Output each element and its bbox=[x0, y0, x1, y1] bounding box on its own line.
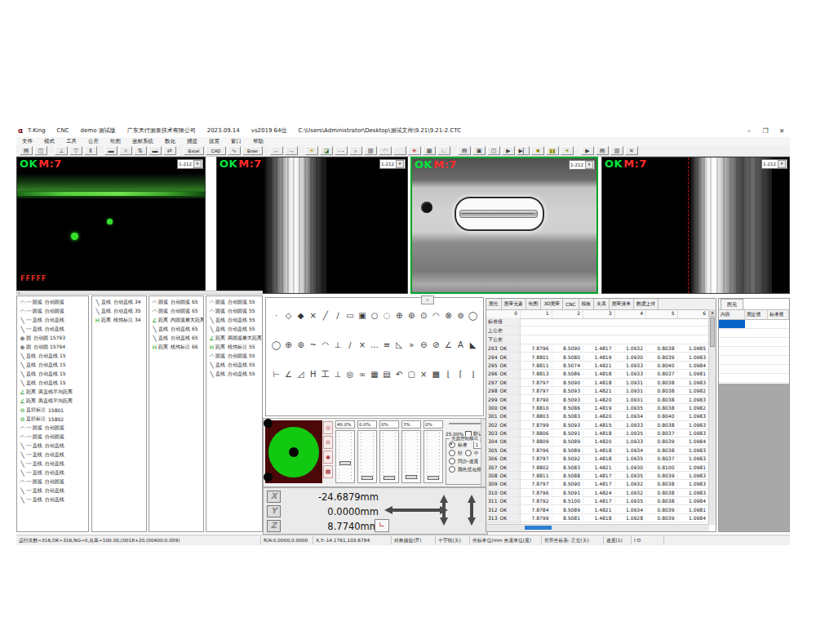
folder-icon[interactable]: ◫ bbox=[487, 146, 500, 155]
table-tab[interactable]: CNC bbox=[563, 299, 579, 309]
palette-tool-icon[interactable]: ╱ bbox=[320, 311, 330, 321]
element-list-item[interactable]: ◠圆弧自动圆弧 65 bbox=[149, 307, 203, 316]
element-list-item[interactable]: ╲***直线自动直线 bbox=[17, 316, 88, 325]
element-list-item[interactable]: ╲直线自动直线 65 bbox=[149, 325, 203, 334]
slider-track[interactable] bbox=[379, 430, 399, 483]
table-row[interactable]: 311OK7.87928.51001.48171.09350.80381.098… bbox=[486, 497, 709, 505]
light-intensity-slider[interactable]: 0% bbox=[424, 420, 443, 485]
palette-tool-icon[interactable]: » bbox=[406, 340, 417, 350]
level-low-radio[interactable] bbox=[449, 450, 455, 456]
table-row[interactable]: 298OK7.87978.50931.48211.09310.80381.098… bbox=[486, 387, 709, 395]
slider-track[interactable] bbox=[424, 430, 443, 483]
print-icon[interactable]: ▥ bbox=[610, 146, 623, 155]
palette-tool-icon[interactable]: ◠ bbox=[320, 340, 330, 350]
element-list-item[interactable]: ╲直线自动直线 55 bbox=[206, 316, 262, 325]
ring-light-preview[interactable] bbox=[265, 420, 322, 483]
element-list-item[interactable]: ╲***直线自动直线 bbox=[17, 495, 88, 504]
element-list-item[interactable]: ∠距离内圆弧最大距离 bbox=[149, 316, 203, 325]
table-row[interactable]: 313OK7.87998.50811.48181.09280.80391.098… bbox=[486, 514, 709, 522]
menu-item[interactable]: 数化 bbox=[159, 138, 181, 145]
slider-track[interactable] bbox=[335, 430, 355, 483]
menu-item[interactable]: 帮助 bbox=[247, 138, 269, 145]
camera-view-4[interactable]: OKM:7 1-212▾ bbox=[601, 157, 790, 294]
palette-tool-icon[interactable]: ▭ bbox=[344, 311, 355, 321]
element-list-item[interactable]: ╲直线自动直线 55 bbox=[206, 361, 262, 370]
element-list-item[interactable]: ◠***圆弧自动圆弧 bbox=[17, 424, 88, 433]
table-row[interactable]: 303OK7.88068.50911.48181.09350.80371.098… bbox=[486, 429, 709, 437]
slider-thumb[interactable] bbox=[361, 476, 373, 480]
shift-icon[interactable]: ⇄ bbox=[163, 146, 176, 155]
element-list-item[interactable]: ⊕圆自动圆 15793 bbox=[17, 334, 88, 343]
element-list-item[interactable]: ∠距离两直线平均距离 bbox=[17, 397, 88, 406]
camera-zoom-select[interactable]: 1-212▾ bbox=[569, 160, 595, 170]
forward-icon[interactable]: → bbox=[285, 146, 298, 155]
camera-view-1[interactable]: FFFFF OKM:7 1-212▾ bbox=[16, 157, 206, 294]
table-vertical-scrollbar[interactable]: ▲ bbox=[708, 309, 716, 525]
table-row[interactable]: 304OK7.88098.50891.48201.09330.80391.098… bbox=[486, 437, 709, 446]
run-tool-icon[interactable]: ✶ bbox=[561, 146, 574, 155]
coaxial-light-icon[interactable]: ⊙ bbox=[323, 436, 333, 449]
save-icon[interactable]: ▤ bbox=[20, 146, 33, 155]
palette-tool-icon[interactable]: ◆ bbox=[295, 311, 306, 321]
element-panel-row[interactable] bbox=[719, 365, 789, 374]
table-row[interactable]: 302OK7.87998.50931.48151.09330.80381.098… bbox=[486, 421, 709, 429]
table-row[interactable]: 307OK7.88028.50831.48211.09300.81001.098… bbox=[486, 463, 709, 471]
scrollbar-thumb[interactable] bbox=[710, 318, 715, 347]
play-icon[interactable]: ▶ bbox=[502, 146, 515, 155]
excel-button[interactable]: Excel bbox=[184, 146, 204, 155]
element-list-item[interactable]: ∠距离两圆弧最大距离 bbox=[206, 334, 262, 343]
backlight-icon[interactable]: ◉ bbox=[323, 451, 333, 464]
sync-speed-radio[interactable] bbox=[449, 458, 455, 464]
palette-tool-icon[interactable]: ∠ bbox=[443, 340, 454, 350]
palette-tool-icon[interactable]: ⊗ bbox=[443, 311, 454, 321]
palette-tool-icon[interactable]: ◠ bbox=[431, 311, 441, 321]
table-horizontal-scrollbar[interactable] bbox=[486, 524, 709, 531]
jog-horizontal-arrows[interactable] bbox=[384, 506, 448, 514]
element-list-item[interactable]: ╲直线自动直线 34 bbox=[92, 298, 146, 307]
palette-tool-icon[interactable]: ∠ bbox=[283, 370, 294, 380]
palette-tool-icon[interactable]: ⊙ bbox=[419, 311, 429, 321]
star-icon[interactable]: ✳ bbox=[408, 146, 421, 155]
image-icon[interactable]: ◪ bbox=[320, 146, 333, 155]
save3-icon[interactable]: ▤ bbox=[596, 146, 609, 155]
pause-icon[interactable]: ▮▮ bbox=[546, 146, 559, 155]
light-intensity-slider[interactable]: 3% bbox=[401, 420, 421, 485]
palette-tool-icon[interactable]: ⊖ bbox=[419, 340, 429, 350]
table-tab[interactable]: 数据上传 bbox=[634, 299, 659, 309]
palette-tool-icon[interactable]: ⊢ bbox=[271, 370, 282, 380]
wave-icon[interactable]: ◠ bbox=[379, 146, 392, 155]
menu-item[interactable]: 坐标系统 bbox=[126, 138, 159, 145]
palette-tool-icon[interactable]: ∕ bbox=[332, 311, 343, 321]
element-panel-row[interactable] bbox=[719, 338, 789, 347]
selected-cell[interactable] bbox=[719, 320, 745, 328]
table-row[interactable]: 305OK7.87968.50891.48181.09340.80381.098… bbox=[486, 446, 709, 455]
palette-tool-icon[interactable]: ⊕ bbox=[394, 311, 405, 321]
z-axis-button[interactable]: Z bbox=[267, 520, 281, 532]
table-tab[interactable]: 模板 bbox=[579, 299, 595, 309]
palette-tool-icon[interactable]: ▦ bbox=[370, 370, 380, 380]
cut-icon[interactable]: ✕ bbox=[625, 146, 638, 155]
palette-tool-icon[interactable]: ⊥ bbox=[332, 370, 343, 380]
level-mid-radio[interactable] bbox=[465, 450, 472, 456]
slider-thumb[interactable] bbox=[428, 476, 439, 480]
element-list-item[interactable]: ╲***直线自动直线 bbox=[17, 469, 88, 477]
hatch-icon[interactable]: ▨ bbox=[364, 146, 377, 155]
menu-item[interactable]: 工具 bbox=[60, 138, 82, 145]
palette-tool-icon[interactable]: 工 bbox=[320, 370, 330, 380]
zoom-icon[interactable]: ⌕ bbox=[349, 146, 362, 155]
table-row[interactable]: 295OK7.88118.50741.48211.09330.80401.098… bbox=[486, 362, 709, 370]
chevron-down-icon[interactable]: ▾ bbox=[193, 160, 202, 168]
palette-tool-icon[interactable]: · bbox=[271, 311, 282, 321]
block-icon[interactable]: ▬ bbox=[104, 146, 118, 155]
menu-item[interactable]: 文件 bbox=[16, 138, 38, 145]
element-list-item[interactable]: ⊕圆自动圆 15794 bbox=[17, 343, 88, 352]
close-button[interactable]: ✕ bbox=[774, 127, 790, 135]
light-intensity-slider[interactable]: 0% bbox=[379, 420, 399, 485]
standard-mode-radio[interactable] bbox=[449, 442, 455, 448]
nozzle-down-icon[interactable]: ▿ bbox=[119, 146, 132, 155]
palette-tool-icon[interactable]: ◣ bbox=[468, 340, 478, 350]
element-list-item[interactable]: ◠***圆弧自动圆弧 bbox=[17, 433, 88, 442]
curve-export-icon[interactable]: ∿ bbox=[228, 146, 241, 155]
play2-icon[interactable]: ▶ bbox=[581, 146, 594, 155]
scroll-up-icon[interactable]: ▲ bbox=[709, 309, 716, 317]
